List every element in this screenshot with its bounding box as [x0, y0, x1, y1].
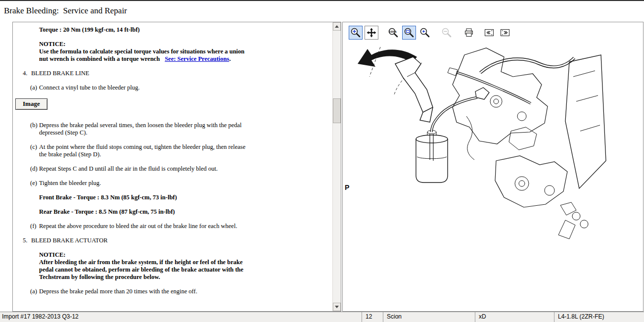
- notice-text: Use the formula to calculate special tor…: [39, 48, 254, 63]
- substep-label: (a): [30, 84, 39, 92]
- page-title: Brake Bleeding: Service and Repair: [4, 6, 127, 16]
- app-window: Brake Bleeding: Service and Repair Torqu…: [0, 0, 644, 322]
- substep-label: (a): [30, 288, 39, 295]
- zoom-in-button[interactable]: [349, 26, 363, 40]
- substep-label: (b): [30, 122, 39, 137]
- zoom-window-icon: [404, 27, 414, 38]
- zoom-window-button[interactable]: [402, 26, 416, 40]
- substep-text: Connect a vinyl tube to the bleeder plug…: [39, 84, 139, 92]
- step-number: 5.: [23, 237, 31, 244]
- status-engine: L4-1.8L (2ZR-FE): [554, 312, 644, 322]
- zoom-in-icon: [350, 27, 361, 38]
- previous-image-button[interactable]: [482, 26, 496, 40]
- notice-suffix: .: [229, 55, 230, 62]
- substep-text: Repeat Steps C and D until all the air i…: [39, 165, 218, 173]
- service-precautions-link[interactable]: See: Service Precautions: [165, 55, 229, 62]
- zoom-out-button: [440, 26, 454, 40]
- step-4f: (f) Repeat the above procedure to bleed …: [30, 223, 332, 230]
- step-4d: (d) Repeat Steps C and D until all the a…: [30, 165, 332, 173]
- diagram-viewport[interactable]: [348, 42, 637, 276]
- image-viewer-panel: 100%: [342, 22, 644, 312]
- status-bar: Import #17 1982-2013 Q3-12 12 Scion xD L…: [0, 312, 644, 322]
- step-number: 4.: [23, 70, 31, 77]
- status-page-number: 12: [362, 312, 383, 322]
- document-content: Torque : 20 Nm (199 kgf-cm, 14 ft-lbf) N…: [13, 22, 332, 311]
- zoom-previous-button[interactable]: [418, 26, 432, 40]
- step-4e: (e) Tighten the bleeder plug.: [30, 180, 332, 187]
- notice-label: NOTICE:: [39, 41, 332, 48]
- next-image-icon: [500, 27, 510, 38]
- substep-text: Depress the brake pedal several times, t…: [39, 122, 252, 137]
- scroll-down-button[interactable]: [333, 303, 341, 311]
- substep-label: (d): [30, 165, 39, 173]
- zoom-100-icon: 100%: [388, 27, 399, 38]
- step-4c: (c) At the point where the fluid stops c…: [30, 143, 332, 158]
- substep-label: (e): [30, 180, 39, 187]
- previous-image-icon: [484, 27, 495, 38]
- notice-block-2: NOTICE: After bleeding the air from the …: [39, 251, 332, 281]
- pan-icon: [366, 27, 377, 38]
- zoom-100-button[interactable]: 100%: [386, 26, 400, 40]
- rear-brake-torque: Rear Brake - Torque : 8.5 Nm (87 kgf-cm,…: [39, 208, 332, 216]
- substep-text: Depress the brake pedal more than 20 tim…: [39, 288, 197, 295]
- front-brake-torque: Front Brake - Torque : 8.3 Nm (85 kgf-cm…: [39, 194, 332, 201]
- step-title: BLEED BRAKE ACTUATOR: [31, 237, 108, 244]
- step-title: BLEED BRAKE LINE: [31, 70, 89, 77]
- print-button[interactable]: [462, 26, 476, 40]
- notice-label: NOTICE:: [39, 251, 332, 259]
- zoom-100-label: 100%: [389, 30, 397, 33]
- substep-label: (c): [30, 143, 39, 158]
- torque-spec-line: Torque : 20 Nm (199 kgf-cm, 14 ft-lbf): [39, 26, 332, 34]
- image-button-row: Image: [15, 98, 332, 110]
- document-panel: Torque : 20 Nm (199 kgf-cm, 14 ft-lbf) N…: [12, 22, 341, 312]
- print-icon: [463, 27, 474, 38]
- pan-button[interactable]: [365, 26, 378, 40]
- chevron-down-icon: [335, 306, 339, 308]
- substep-label: (f): [30, 223, 39, 230]
- scroll-up-button[interactable]: [333, 22, 341, 31]
- substep-text: Repeat the above procedure to bleed the …: [39, 223, 237, 230]
- chevron-up-icon: [335, 25, 339, 28]
- next-image-button[interactable]: [498, 26, 512, 40]
- zoom-previous-icon: [419, 27, 430, 38]
- step-4a: (a) Connect a vinyl tube to the bleeder …: [30, 84, 332, 92]
- brake-bleeding-diagram: [348, 42, 637, 276]
- image-button[interactable]: Image: [15, 98, 47, 110]
- notice-text: After bleeding the air from the brake sy…: [39, 259, 254, 281]
- viewer-toolbar: 100%: [349, 25, 512, 40]
- step-4b: (b) Depress the brake pedal several time…: [30, 122, 332, 137]
- substep-text: Tighten the bleeder plug.: [39, 180, 101, 187]
- status-model: xD: [475, 312, 554, 322]
- zoom-out-icon: [441, 27, 452, 38]
- step-4-heading: 4. BLEED BRAKE LINE: [23, 70, 332, 77]
- scrollbar-thumb[interactable]: [333, 98, 341, 123]
- status-import-info: Import #17 1982-2013 Q3-12: [0, 312, 362, 322]
- vertical-scrollbar[interactable]: [332, 22, 341, 311]
- step-5a: (a) Depress the brake pedal more than 20…: [30, 288, 332, 295]
- substep-text: At the point where the fluid stops comin…: [39, 143, 252, 158]
- notice-block-1: NOTICE: Use the formula to calculate spe…: [39, 41, 332, 63]
- status-make: Scion: [383, 312, 475, 322]
- step-5-heading: 5. BLEED BRAKE ACTUATOR: [23, 237, 332, 244]
- title-bar: Brake Bleeding: Service and Repair: [0, 1, 644, 21]
